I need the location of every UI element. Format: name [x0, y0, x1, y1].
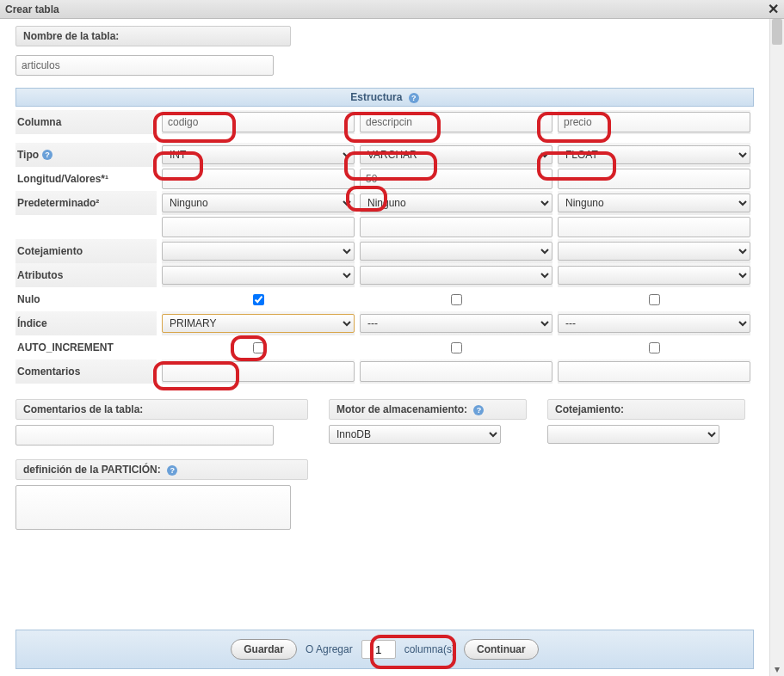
partition-textarea[interactable] [15, 485, 291, 530]
structure-header: Estructura ? [15, 88, 754, 107]
row-label-index: Índice [15, 311, 157, 335]
column-default-txt-1[interactable] [360, 217, 553, 237]
structure-header-text: Estructura [350, 91, 402, 103]
scroll-down-icon[interactable]: ▾ [770, 661, 784, 676]
footer-bar: Guardar O Agregar columna(s) Continuar [15, 630, 754, 669]
row-label-type: Tipo? [15, 143, 157, 167]
column-default-txt-0[interactable] [162, 217, 355, 237]
dialog-titlebar: Crear tabla ✕ [0, 0, 784, 19]
row-label-attr: Atributos [15, 263, 157, 287]
row-label-comments: Comentarios [15, 360, 157, 384]
table-name-label: Nombre de la tabla: [15, 26, 291, 46]
column-length-1[interactable] [360, 169, 553, 189]
column-length-0[interactable] [162, 169, 355, 189]
column-index-1[interactable]: --- [360, 314, 553, 333]
column-index-0[interactable]: PRIMARY [162, 314, 355, 333]
storage-engine-label: Motor de almacenamiento: ? [329, 399, 527, 420]
column-autoinc-1[interactable] [451, 342, 462, 353]
column-attr-0[interactable] [162, 266, 355, 285]
column-autoinc-0[interactable] [253, 342, 264, 353]
label-predet: Predeterminado² [17, 197, 99, 209]
column-default-0[interactable]: Ninguno [162, 194, 355, 212]
add-columns-count[interactable] [361, 640, 396, 659]
column-null-1[interactable] [451, 294, 462, 305]
partition-label: definición de la PARTICIÓN: ? [15, 459, 308, 480]
column-null-2[interactable] [649, 294, 660, 305]
save-button[interactable]: Guardar [231, 639, 297, 660]
column-default-2[interactable]: Ninguno [558, 194, 750, 212]
column-comment-2[interactable] [558, 361, 750, 382]
columns-word: columna(s) [404, 643, 455, 655]
collation-label-text: Cotejamiento: [555, 403, 624, 415]
label-cotej: Cotejamiento [17, 245, 83, 257]
close-icon[interactable]: ✕ [768, 0, 779, 18]
column-name-1[interactable] [360, 112, 553, 132]
column-default-txt-2[interactable] [558, 217, 750, 237]
label-tipo: Tipo [17, 149, 39, 161]
label-coment: Comentarios [17, 366, 80, 378]
help-icon[interactable]: ? [409, 93, 419, 103]
column-collation-1[interactable] [360, 242, 553, 261]
collation-label: Cotejamiento: [547, 399, 745, 420]
row-label-column: Columna [15, 110, 157, 134]
column-autoinc-2[interactable] [649, 342, 660, 353]
help-icon[interactable]: ? [167, 465, 177, 476]
storage-label-text: Motor de almacenamiento: [336, 403, 467, 415]
column-length-2[interactable] [558, 169, 750, 189]
table-name-label-text: Nombre de la tabla: [23, 30, 119, 42]
label-columna: Columna [17, 116, 61, 128]
partition-label-text: definición de la PARTICIÓN: [23, 464, 161, 476]
column-name-2[interactable] [558, 112, 750, 132]
dialog-title: Crear tabla [5, 3, 59, 15]
label-autoinc: AUTO_INCREMENT [17, 341, 114, 353]
row-label-null: Nulo [15, 287, 157, 311]
help-icon[interactable]: ? [473, 405, 484, 415]
help-icon[interactable]: ? [42, 150, 52, 160]
row-label-collation: Cotejamiento [15, 239, 157, 263]
column-attr-1[interactable] [360, 266, 553, 285]
row-label-default: Predeterminado² [15, 191, 157, 215]
column-type-2[interactable]: FLOAT [558, 145, 750, 164]
column-collation-0[interactable] [162, 242, 355, 261]
collation-select[interactable] [547, 425, 719, 444]
column-default-1[interactable]: Ninguno [360, 194, 553, 212]
table-comments-label: Comentarios de la tabla: [15, 399, 308, 420]
row-label-autoinc: AUTO_INCREMENT [15, 335, 157, 360]
column-null-0[interactable] [253, 294, 264, 305]
table-comments-label-text: Comentarios de la tabla: [23, 403, 143, 415]
column-type-1[interactable]: VARCHAR [360, 145, 553, 164]
vertical-scrollbar[interactable]: ▴ ▾ [769, 19, 784, 676]
continue-button[interactable]: Continuar [464, 639, 539, 660]
column-collation-2[interactable] [558, 242, 750, 261]
label-longitud: Longitud/Valores*¹ [17, 173, 108, 185]
column-index-2[interactable]: --- [558, 314, 750, 333]
column-attr-2[interactable] [558, 266, 750, 285]
label-atrib: Atributos [17, 269, 63, 281]
or-label: O Agregar [306, 643, 353, 655]
table-name-input[interactable] [15, 55, 274, 76]
label-nulo: Nulo [17, 293, 40, 305]
column-type-0[interactable]: INT [162, 145, 355, 164]
storage-engine-select[interactable]: InnoDB [329, 425, 501, 444]
column-comment-1[interactable] [360, 361, 553, 382]
column-comment-0[interactable] [162, 361, 355, 382]
table-comments-input[interactable] [15, 425, 274, 446]
column-name-0[interactable] [162, 112, 355, 132]
label-indice: Índice [17, 317, 47, 329]
row-label-length: Longitud/Valores*¹ [15, 167, 157, 191]
scroll-thumb[interactable] [772, 19, 782, 45]
